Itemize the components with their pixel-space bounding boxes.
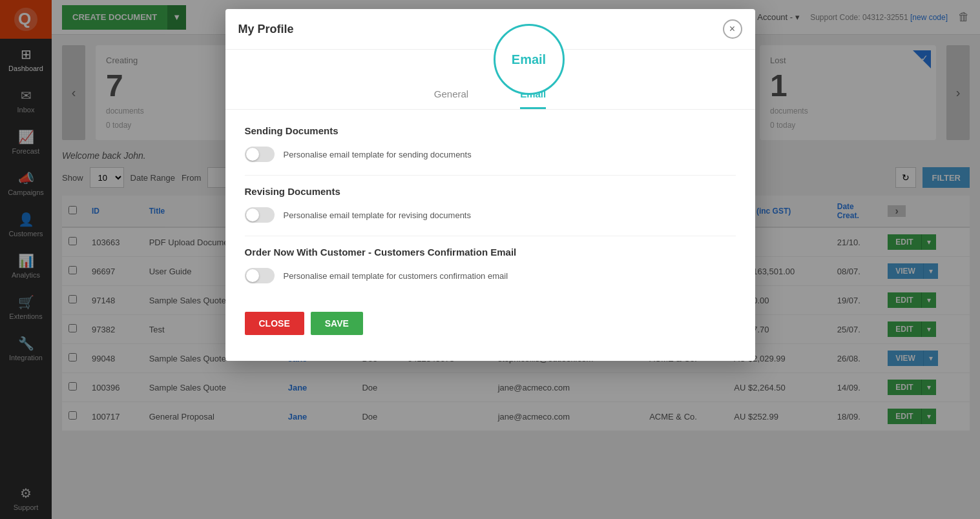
order-now-toggle-row: Personalise email template for customers…	[245, 268, 736, 283]
email-circle: Email	[494, 24, 565, 95]
order-now-toggle-label: Personalise email template for customers…	[284, 271, 508, 281]
tab-general[interactable]: General	[434, 88, 468, 109]
order-now-toggle-knob	[246, 269, 259, 282]
modal-save-button[interactable]: SAVE	[311, 312, 363, 335]
sending-docs-toggle[interactable]	[245, 147, 275, 162]
section-divider-2	[245, 236, 736, 236]
sending-docs-title: Sending Documents	[245, 125, 736, 136]
my-profile-modal: My Profile × Email General Email Sending…	[225, 9, 755, 361]
order-now-title: Order Now With Customer - Customers Conf…	[245, 247, 736, 258]
section-divider-1	[245, 175, 736, 176]
sending-toggle-label: Personalise email template for sending d…	[284, 150, 472, 159]
order-now-toggle[interactable]	[245, 268, 275, 283]
sending-toggle-row: Personalise email template for sending d…	[245, 147, 736, 162]
modal-header: My Profile ×	[225, 9, 755, 50]
modal-close-button[interactable]: ×	[723, 19, 742, 39]
modal-tabs-area: Email General Email	[225, 50, 755, 110]
modal-title: My Profile	[238, 23, 294, 36]
revising-toggle-label: Personalise email template for revising …	[284, 210, 471, 220]
modal-body: Sending Documents Personalise email temp…	[225, 110, 755, 312]
sending-toggle-knob	[246, 148, 259, 161]
modal-close-red-button[interactable]: CLOSE	[245, 312, 304, 335]
revising-docs-toggle[interactable]	[245, 207, 275, 223]
revising-toggle-row: Personalise email template for revising …	[245, 207, 736, 223]
modal-footer: CLOSE SAVE	[225, 312, 755, 335]
revising-toggle-knob	[246, 209, 259, 221]
revising-docs-title: Revising Documents	[245, 186, 736, 197]
